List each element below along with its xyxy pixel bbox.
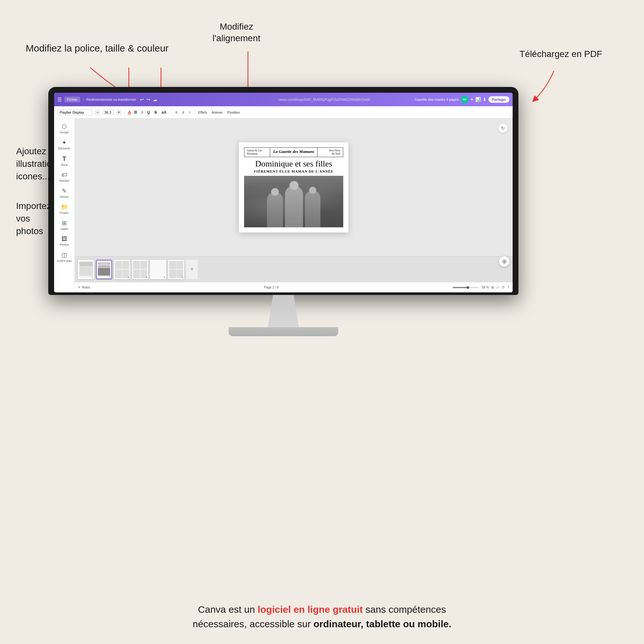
notes-section[interactable]: ✎ Notes bbox=[78, 286, 90, 289]
chart-icon[interactable]: 📊 bbox=[475, 97, 481, 102]
sidebar-label-elements: Éléments bbox=[58, 147, 71, 150]
photos-icon: 🖼 bbox=[62, 236, 67, 242]
sidebar-label-projets: Projets bbox=[60, 211, 69, 214]
spacing-button[interactable]: ↕ bbox=[187, 110, 192, 115]
telechargez-arrow bbox=[515, 68, 580, 106]
thumb-4-cell-2 bbox=[140, 261, 147, 270]
page-thumb-3[interactable]: 3 bbox=[114, 260, 130, 279]
page-info: Page 2 / 6 bbox=[93, 286, 450, 289]
fullscreen-icon[interactable]: ⤢ bbox=[497, 286, 499, 289]
user-avatar: NP bbox=[461, 96, 469, 103]
doc-header-presenter-name: Juliette & Léa bbox=[247, 149, 267, 152]
sidebar-item-design[interactable]: ⬡ Design bbox=[55, 121, 73, 136]
thumb-6-cell-3 bbox=[169, 270, 176, 278]
thumb-1-header bbox=[80, 262, 93, 266]
thumb-3-cell-1 bbox=[115, 261, 122, 270]
doc-subtitle: FIÈREMENT ÉLUE MAMAN DE L'ANNÉE bbox=[244, 169, 343, 173]
canva-topbar: ☰ Fichier › Redimensionner ou transforme… bbox=[54, 93, 513, 106]
doc-header-right: Hors-Série De Noël bbox=[317, 148, 343, 157]
monitor: ☰ Fichier › Redimensionner ou transforme… bbox=[48, 87, 518, 336]
font-color-button[interactable]: A bbox=[128, 110, 131, 115]
redim-menu[interactable]: Redimensionner ou transformer bbox=[86, 98, 136, 101]
font-size-input[interactable]: 36.3 bbox=[102, 110, 114, 115]
doc-header-edition-type: De Noël bbox=[320, 152, 340, 156]
elements-icon: ✦ bbox=[62, 139, 67, 146]
bottom-bold: ordinateur, tablette ou mobile. bbox=[313, 619, 451, 629]
underline-button[interactable]: U bbox=[146, 110, 151, 115]
dessin-icon: ✎ bbox=[62, 187, 67, 194]
thumb-3-num: 3 bbox=[128, 276, 129, 279]
alignement-annotation-label: Modifiezl'alignement bbox=[213, 21, 260, 44]
figure-3-head bbox=[309, 187, 316, 194]
thumb-5-content bbox=[151, 261, 166, 278]
thumb-3-cell-2 bbox=[122, 261, 129, 270]
sidebar-item-marque[interactable]: 🏷 Marque bbox=[55, 170, 73, 184]
page-slider-thumb[interactable] bbox=[467, 286, 469, 289]
italic-button[interactable]: I bbox=[140, 110, 144, 115]
font-size-decrease[interactable]: − bbox=[95, 109, 100, 115]
sidebar-label-photos: Photos bbox=[60, 243, 69, 246]
breadcrumb-sep: › bbox=[83, 98, 84, 101]
page-thumb-5[interactable]: 5 bbox=[150, 260, 166, 279]
font-size-increase[interactable]: + bbox=[116, 109, 122, 115]
grid-view-icon[interactable]: ⊞ bbox=[491, 286, 494, 289]
timer-icon[interactable]: ⏱ bbox=[502, 286, 505, 289]
page-thumb-2[interactable]: 2 bbox=[96, 260, 112, 279]
sidebar-item-projets[interactable]: 📁 Projets bbox=[55, 202, 73, 216]
page-slider-fill bbox=[453, 287, 467, 288]
sidebar-item-dessin[interactable]: ✎ Dessin bbox=[55, 185, 73, 200]
doc-header-center-title: La Gazette des Mamans bbox=[270, 148, 317, 157]
page-thumb-1[interactable]: 1 bbox=[78, 260, 94, 279]
position-button[interactable]: Position bbox=[227, 110, 240, 114]
sidebar-label-dessin: Dessin bbox=[60, 195, 69, 198]
sidebar-item-texte[interactable]: T Texte bbox=[55, 153, 73, 168]
download-icon[interactable]: ⬇ bbox=[483, 97, 487, 102]
plus-icon[interactable]: + bbox=[470, 97, 473, 102]
undo-icon[interactable]: ↩ bbox=[140, 97, 144, 102]
help-icon[interactable]: ? bbox=[507, 286, 509, 289]
redo-icon[interactable]: ↪ bbox=[147, 97, 150, 102]
page-slider[interactable] bbox=[453, 287, 478, 288]
doc-header-presenter-label: Présentent bbox=[247, 152, 267, 156]
share-button[interactable]: Partager bbox=[488, 96, 509, 103]
canvas-refresh-button[interactable]: ↻ bbox=[498, 124, 507, 133]
page-thumb-6[interactable]: 6 bbox=[168, 260, 184, 279]
marque-icon: 🏷 bbox=[62, 172, 67, 178]
figure-2-head bbox=[289, 181, 298, 190]
canva-toolbar: Playfair Display − 36.3 + A B I U S aA ≡… bbox=[54, 106, 513, 118]
thumb-3-cell-3 bbox=[115, 270, 122, 278]
animate-button[interactable]: Animer bbox=[212, 110, 223, 114]
zoom-level: 59 % bbox=[482, 286, 489, 289]
document-preview[interactable]: Juliette & Léa Présentent La Gazette des… bbox=[239, 142, 348, 233]
sidebar-item-elements[interactable]: ✦ Éléments bbox=[55, 137, 73, 152]
effects-button[interactable]: Effets bbox=[198, 110, 207, 114]
align-button[interactable]: ≡ bbox=[174, 110, 179, 115]
thumb-5-num: 5 bbox=[164, 276, 165, 279]
toolbar-separator-1 bbox=[125, 109, 125, 116]
canvas-content[interactable]: Juliette & Léa Présentent La Gazette des… bbox=[75, 118, 513, 256]
add-page-button[interactable]: + bbox=[186, 260, 198, 279]
list-button[interactable]: ≡ bbox=[181, 110, 185, 115]
bottom-line1-prefix: Canva est un bbox=[198, 604, 258, 615]
doc-header-left: Juliette & Léa Présentent bbox=[244, 148, 270, 157]
font-family-select[interactable]: Playfair Display bbox=[57, 109, 93, 115]
page-thumbnails-strip: 1 2 bbox=[75, 256, 513, 282]
bottom-line1-suffix: sans compétences bbox=[363, 604, 446, 615]
sidebar-item-background[interactable]: ◫ Arrière-plan bbox=[55, 250, 73, 264]
strikethrough-button[interactable]: S bbox=[153, 110, 158, 115]
thumb-4-num: 4 bbox=[146, 276, 147, 279]
bottom-line2-prefix: nécessaires, accessible sur bbox=[193, 619, 313, 629]
hamburger-icon[interactable]: ☰ bbox=[57, 97, 62, 103]
canvas-zoom-button[interactable]: ⊕ bbox=[499, 256, 509, 267]
document-title: Gazette des mariés 4 pages bbox=[414, 98, 459, 101]
canva-canvas-area: Juliette & Léa Présentent La Gazette des… bbox=[75, 118, 513, 292]
sidebar-item-applis[interactable]: ⊞ Applis bbox=[55, 218, 73, 232]
thumb-4-cell-1 bbox=[133, 261, 140, 270]
thumb-1-num: 1 bbox=[92, 276, 93, 279]
bold-button[interactable]: B bbox=[133, 110, 138, 115]
figure-1 bbox=[267, 192, 283, 227]
fichier-menu[interactable]: Fichier bbox=[64, 97, 80, 102]
case-button[interactable]: aA bbox=[160, 110, 168, 115]
sidebar-item-photos[interactable]: 🖼 Photos bbox=[55, 234, 73, 248]
page-thumb-4[interactable]: 4 bbox=[132, 260, 148, 279]
